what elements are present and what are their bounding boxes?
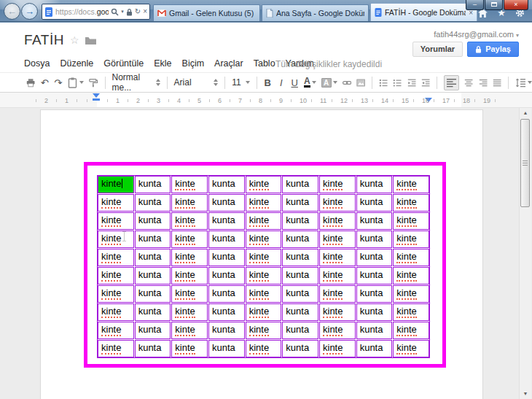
share-button[interactable]: Paylaş: [467, 42, 519, 57]
menu-tablo[interactable]: Tablo: [254, 58, 275, 69]
bulleted-list-button[interactable]: [393, 77, 402, 88]
table-cell[interactable]: kinte: [319, 340, 356, 357]
insert-image-button[interactable]: [356, 77, 365, 88]
table-cell[interactable]: kinte: [393, 176, 429, 193]
document-page[interactable]: kintekuntakintekuntakintekuntakintekunta…: [40, 109, 483, 399]
menu-düzenle[interactable]: Düzenle: [60, 58, 93, 69]
table-cell[interactable]: kunta: [282, 303, 318, 321]
table-cell[interactable]: kunta: [282, 322, 318, 339]
align-center-button[interactable]: [464, 77, 473, 88]
table-cell[interactable]: kinte: [246, 322, 282, 339]
minimize-button[interactable]: –: [466, 0, 484, 10]
table-cell[interactable]: kinte: [171, 340, 208, 357]
table-cell[interactable]: kinte: [393, 340, 429, 357]
table-cell[interactable]: kinte: [393, 322, 429, 339]
table-cell[interactable]: kinte: [319, 285, 356, 303]
highlight-color-button[interactable]: A: [321, 78, 337, 88]
table-cell[interactable]: kinte: [98, 212, 134, 230]
table-cell[interactable]: kinte: [319, 212, 356, 230]
star-doc-icon[interactable]: ☆: [70, 34, 79, 46]
table-cell[interactable]: kinte: [171, 176, 208, 193]
table-cell[interactable]: kinte: [171, 212, 208, 230]
table-cell[interactable]: kinte: [393, 267, 429, 284]
stop-icon[interactable]: ×: [143, 8, 147, 15]
table-cell[interactable]: kinte: [98, 231, 134, 248]
maximize-button[interactable]: [485, 0, 503, 10]
table-cell[interactable]: kunta: [208, 322, 245, 339]
table-cell[interactable]: kunta: [135, 176, 171, 193]
table-cell[interactable]: kunta: [135, 194, 171, 212]
tab-ana-sayfa[interactable]: Ana Sayfa - Google Doküm...: [262, 4, 369, 21]
table-cell[interactable]: kunta: [135, 212, 171, 230]
table-cell[interactable]: kunta: [282, 212, 318, 230]
table-cell[interactable]: kinte: [319, 322, 356, 339]
table-cell[interactable]: kunta: [135, 303, 171, 321]
table-cell[interactable]: kunta: [135, 322, 171, 339]
table-cell[interactable]: kunta: [208, 285, 245, 303]
table-cell[interactable]: kinte: [98, 322, 134, 339]
back-button[interactable]: ←: [4, 3, 20, 20]
table-cell[interactable]: kinte: [246, 285, 282, 303]
table-cell[interactable]: kinte: [393, 303, 429, 321]
font-size-dropdown[interactable]: 11: [232, 77, 249, 88]
table-cell[interactable]: kunta: [356, 267, 393, 284]
table-cell[interactable]: kunta: [356, 340, 393, 357]
table-cell[interactable]: kunta: [356, 194, 393, 212]
underline-button[interactable]: U: [291, 77, 300, 88]
address-bar[interactable]: https://docs.google.c... ▾ ↻ ×: [42, 4, 150, 20]
undo-button[interactable]: ↶: [40, 77, 49, 88]
refresh-icon[interactable]: ↻: [135, 8, 141, 15]
vertical-scrollbar[interactable]: ▲ ▼: [519, 108, 531, 399]
table-cell[interactable]: kinte: [171, 285, 208, 303]
table-cell[interactable]: kunta: [282, 194, 318, 212]
table-cell[interactable]: kunta: [356, 285, 393, 303]
table-cell[interactable]: kunta: [208, 267, 245, 284]
table-cell[interactable]: kunta: [208, 303, 245, 321]
paint-roller-icon[interactable]: [89, 77, 98, 88]
italic-button[interactable]: I: [277, 77, 286, 88]
table-cell[interactable]: kinte: [98, 285, 134, 303]
table-cell[interactable]: kunta: [356, 212, 393, 230]
search-caret-icon[interactable]: ▾: [121, 8, 124, 15]
menu-araçlar[interactable]: Araçlar: [214, 58, 243, 69]
table-cell[interactable]: kunta: [208, 249, 245, 266]
table-cell[interactable]: kinte: [171, 249, 208, 266]
menu-biçim[interactable]: Biçim: [182, 58, 205, 69]
align-left-button-active[interactable]: [444, 75, 459, 90]
table-cell[interactable]: kinte: [98, 194, 134, 212]
table-cell[interactable]: kinte: [171, 322, 208, 339]
redo-button[interactable]: ↷: [54, 77, 63, 88]
table-cell[interactable]: kinte: [171, 267, 208, 284]
menu-görüntüle[interactable]: Görüntüle: [103, 58, 144, 69]
table-cell[interactable]: kinte: [246, 267, 282, 284]
scroll-up-icon[interactable]: ▲: [520, 108, 531, 118]
table-cell[interactable]: kunta: [356, 303, 393, 321]
table-cell[interactable]: kinte: [319, 303, 356, 321]
justify-button[interactable]: [493, 77, 501, 88]
comments-button[interactable]: Yorumlar: [412, 42, 463, 57]
table-cell[interactable]: kinte: [246, 249, 282, 266]
table-cell[interactable]: kinte: [246, 176, 282, 193]
font-dropdown[interactable]: Arial: [174, 77, 219, 88]
table-cell[interactable]: kunta: [282, 176, 318, 193]
paint-format-button[interactable]: [67, 77, 84, 88]
outdent-button[interactable]: [407, 77, 416, 88]
table-cell[interactable]: kunta: [135, 231, 171, 248]
table-cell[interactable]: kunta: [356, 249, 393, 266]
table-cell[interactable]: kinte: [393, 285, 429, 303]
insert-link-button[interactable]: [343, 77, 351, 88]
table-cell[interactable]: kunta: [208, 194, 245, 212]
scrollbar-thumb[interactable]: [520, 119, 530, 207]
margin-marker-left[interactable]: [93, 98, 100, 101]
table-cell[interactable]: kinte: [319, 267, 356, 284]
indent-button[interactable]: [421, 77, 430, 88]
line-spacing-button[interactable]: [515, 77, 532, 88]
table-cell[interactable]: kinte: [319, 176, 356, 193]
ruler[interactable]: 2112345678910111213141516171819: [0, 93, 532, 108]
table-cell[interactable]: kinte: [171, 231, 208, 248]
table-cell[interactable]: kinte: [98, 340, 134, 357]
table-cell[interactable]: kunta: [282, 249, 318, 266]
table-cell[interactable]: kunta: [282, 340, 318, 357]
table-cell[interactable]: kinte: [393, 212, 429, 230]
table-cell[interactable]: kunta: [356, 231, 393, 248]
